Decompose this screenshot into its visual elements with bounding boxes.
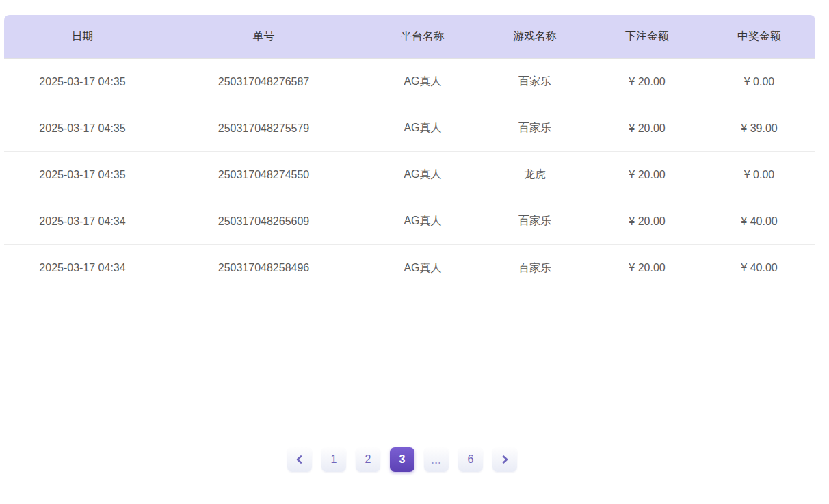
cell-win-amount: ¥ 40.00 — [703, 245, 815, 291]
cell-platform: AG真人 — [367, 245, 479, 291]
cell-date: 2025-03-17 04:35 — [4, 152, 161, 198]
pagination-ellipsis[interactable]: ... — [424, 447, 449, 472]
pagination-next-button[interactable] — [492, 447, 517, 472]
cell-date: 2025-03-17 04:34 — [4, 245, 161, 291]
cell-platform: AG真人 — [367, 152, 479, 198]
column-header-date: 日期 — [4, 15, 161, 59]
cell-bet-amount: ¥ 20.00 — [591, 59, 703, 105]
cell-date: 2025-03-17 04:34 — [4, 198, 161, 245]
column-header-win-amount: 中奖金额 — [703, 15, 815, 59]
cell-date: 2025-03-17 04:35 — [4, 105, 161, 152]
cell-game: 百家乐 — [479, 198, 591, 245]
column-header-order-no: 单号 — [161, 15, 367, 59]
cell-win-amount: ¥ 39.00 — [703, 105, 815, 152]
cell-bet-amount: ¥ 20.00 — [591, 245, 703, 291]
pagination-prev-button[interactable] — [287, 447, 312, 472]
cell-bet-amount: ¥ 20.00 — [591, 152, 703, 198]
cell-game: 百家乐 — [479, 245, 591, 291]
cell-game: 百家乐 — [479, 59, 591, 105]
cell-order-no: 250317048265609 — [161, 198, 367, 245]
header-row: 日期 单号 平台名称 游戏名称 下注金额 中奖金额 — [4, 15, 815, 59]
cell-platform: AG真人 — [367, 105, 479, 152]
pagination-page-2[interactable]: 2 — [356, 447, 380, 472]
table-header: 日期 单号 平台名称 游戏名称 下注金额 中奖金额 — [4, 15, 815, 59]
chevron-right-icon — [500, 455, 510, 464]
pagination-page-3[interactable]: 3 — [390, 447, 414, 472]
pagination-page-1[interactable]: 1 — [321, 447, 346, 472]
cell-win-amount: ¥ 0.00 — [703, 152, 815, 198]
cell-order-no: 250317048258496 — [161, 245, 367, 291]
column-header-game: 游戏名称 — [479, 15, 591, 59]
table-row: 2025-03-17 04:35250317048275579AG真人百家乐¥ … — [4, 105, 815, 152]
cell-game: 龙虎 — [479, 152, 591, 198]
pagination: 123...6 — [0, 447, 817, 472]
cell-bet-amount: ¥ 20.00 — [591, 198, 703, 245]
cell-bet-amount: ¥ 20.00 — [591, 105, 703, 152]
cell-order-no: 250317048276587 — [161, 59, 367, 105]
column-header-bet-amount: 下注金额 — [591, 15, 703, 59]
column-header-platform: 平台名称 — [367, 15, 479, 59]
cell-order-no: 250317048274550 — [161, 152, 367, 198]
table-row: 2025-03-17 04:34250317048258496AG真人百家乐¥ … — [4, 245, 815, 291]
bet-records-table: 日期 单号 平台名称 游戏名称 下注金额 中奖金额 2025-03-17 04:… — [4, 15, 815, 291]
cell-win-amount: ¥ 40.00 — [703, 198, 815, 245]
cell-game: 百家乐 — [479, 105, 591, 152]
chevron-left-icon — [295, 455, 304, 464]
pagination-page-6[interactable]: 6 — [458, 447, 483, 472]
table-row: 2025-03-17 04:35250317048276587AG真人百家乐¥ … — [4, 59, 815, 105]
cell-platform: AG真人 — [367, 198, 479, 245]
table-row: 2025-03-17 04:35250317048274550AG真人龙虎¥ 2… — [4, 152, 815, 198]
cell-win-amount: ¥ 0.00 — [703, 59, 815, 105]
cell-date: 2025-03-17 04:35 — [4, 59, 161, 105]
cell-order-no: 250317048275579 — [161, 105, 367, 152]
table-body: 2025-03-17 04:35250317048276587AG真人百家乐¥ … — [4, 59, 815, 291]
cell-platform: AG真人 — [367, 59, 479, 105]
table-row: 2025-03-17 04:34250317048265609AG真人百家乐¥ … — [4, 198, 815, 245]
